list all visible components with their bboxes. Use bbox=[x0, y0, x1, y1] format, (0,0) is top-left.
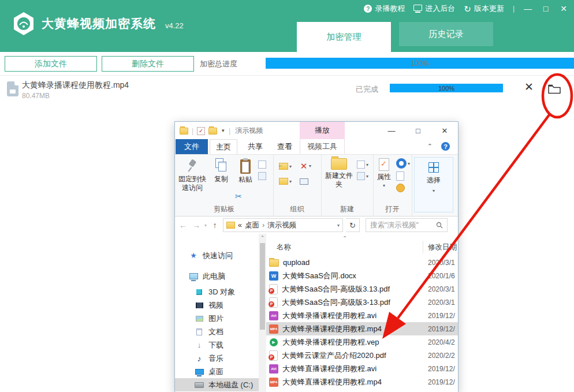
history-button[interactable] bbox=[396, 184, 410, 192]
organize-col-1: ▾ ▾ bbox=[279, 163, 292, 185]
file-row[interactable]: 大黄蜂录播课程使用教程.mp42019/12/ bbox=[266, 322, 458, 335]
new-folder-button[interactable]: 新建文件夹 bbox=[323, 158, 355, 189]
tab-encrypt-manage[interactable]: 加密管理 bbox=[297, 22, 391, 52]
file-row[interactable]: 大黄蜂录播课程使用教程.avi2019/12/ bbox=[266, 309, 458, 322]
search-input[interactable]: 搜索"演示视频" bbox=[366, 218, 448, 232]
app-maximize-button[interactable]: □ bbox=[541, 5, 550, 13]
paste-button[interactable]: 粘贴 bbox=[234, 158, 257, 184]
sidebar-item[interactable]: 快速访问 bbox=[175, 249, 259, 262]
checkbox-icon[interactable]: ✓ bbox=[197, 127, 205, 135]
copy-to-icon bbox=[279, 178, 288, 185]
chevron-down-icon[interactable]: ▼ bbox=[221, 128, 225, 133]
up-icon[interactable]: ↑ bbox=[210, 221, 220, 230]
group-label: 新建 bbox=[321, 204, 373, 214]
file-row[interactable]: 大黄蜂录播课程使用教程.vep2020/4/2 bbox=[266, 335, 458, 349]
chevron-down-icon[interactable]: ▾ bbox=[337, 223, 340, 228]
copy-button[interactable]: 复制 bbox=[210, 158, 233, 184]
delete-button[interactable]: ✕▾ bbox=[300, 162, 311, 170]
encrypt-file-row[interactable]: 大黄蜂录播课程使用教程.mp4 80.47MB 已完成 100% ✕ bbox=[0, 76, 574, 109]
sidebar-item[interactable]: 下载 bbox=[175, 338, 259, 352]
scroll-up-icon[interactable]: ⌃ bbox=[259, 235, 266, 241]
file-row[interactable]: 大黄蜂直播课程使用教程.avi2019/12/ bbox=[266, 362, 458, 375]
sidebar-item[interactable]: 此电脑 bbox=[175, 270, 259, 283]
sidebar-item[interactable]: 文档 bbox=[175, 325, 259, 338]
contextual-tab-play[interactable]: 播放 bbox=[300, 122, 345, 139]
delete-file-button[interactable]: 删除文件 bbox=[102, 56, 194, 72]
docx-icon bbox=[269, 271, 278, 281]
column-divider[interactable] bbox=[423, 241, 423, 253]
copy-icon bbox=[215, 158, 227, 173]
app-close-button[interactable]: ✕ bbox=[559, 5, 568, 13]
folder-icon[interactable] bbox=[208, 128, 217, 135]
column-header-date[interactable]: 修改日期 bbox=[428, 242, 457, 252]
file-row[interactable]: qupload2020/3/1 bbox=[266, 256, 458, 269]
sidebar-item-label: 快速访问 bbox=[203, 251, 233, 261]
sidebar-item[interactable]: 3D 对象 bbox=[175, 285, 259, 298]
chevron-down-icon: ▾ bbox=[289, 179, 292, 184]
properties-button[interactable]: 属性 ▾ bbox=[374, 158, 394, 189]
breadcrumb-folder[interactable]: 演示视频 bbox=[267, 221, 296, 230]
ribbon-group-organize: ▾ ▾ ✕▾ 组织 bbox=[273, 155, 322, 216]
explorer-sidebar: 快速访问此电脑3D 对象视频图片文档下载音乐桌面本地磁盘 (C:) bbox=[175, 234, 259, 392]
menu-view[interactable]: 查看 bbox=[272, 139, 297, 154]
file-row[interactable]: 大黄蜂SaaS合同.docx2020/1/6 bbox=[266, 269, 458, 282]
select-grid-icon bbox=[428, 162, 439, 173]
new-item-button[interactable]: ▾ bbox=[357, 160, 368, 169]
open-folder-button[interactable] bbox=[547, 84, 561, 96]
rename-button[interactable] bbox=[300, 178, 311, 185]
menu-file[interactable]: 文件 bbox=[176, 139, 208, 154]
pdf-icon bbox=[269, 297, 278, 308]
backend-link[interactable]: 进入后台 bbox=[413, 3, 455, 14]
chevron-down-icon[interactable]: ▾ bbox=[204, 223, 207, 228]
sidebar-scrollbar[interactable]: ⌃ bbox=[259, 234, 266, 392]
sidebar-item[interactable]: 图片 bbox=[175, 312, 259, 325]
file-name: 大黄蜂云课堂产品介绍2020.pdf bbox=[282, 350, 386, 361]
address-box[interactable]: « 桌面 › 演示视频 ▾ bbox=[223, 218, 343, 232]
breadcrumb-chevrons[interactable]: « bbox=[238, 221, 242, 229]
select-button[interactable]: 选择 ▾ bbox=[414, 157, 453, 212]
help-icon[interactable]: ? bbox=[441, 142, 450, 151]
explorer-titlebar[interactable]: | ✓ ▼ | 演示视频 播放 — □ ✕ bbox=[175, 122, 458, 139]
file-row[interactable]: 大黄蜂直播课程使用教程.mp42019/12/ bbox=[266, 375, 458, 389]
paste-shortcut-button[interactable] bbox=[258, 172, 266, 180]
tab-history[interactable]: 历史记录 bbox=[399, 22, 493, 46]
edit-button[interactable] bbox=[396, 171, 410, 181]
tutorial-label: 录播教程 bbox=[375, 3, 405, 14]
menu-home[interactable]: 主页 bbox=[210, 139, 237, 154]
column-header-name[interactable]: 名称 bbox=[277, 242, 291, 252]
easy-access-button[interactable]: ▾ bbox=[357, 172, 368, 180]
menu-share[interactable]: 共享 bbox=[242, 139, 269, 154]
file-row[interactable]: 大黄蜂云课堂产品介绍2020.pdf2020/2/2 bbox=[266, 349, 458, 362]
file-row[interactable]: 大黄蜂SaaS合同-高级版3.13.pdf2020/3/1 bbox=[266, 282, 458, 296]
update-link[interactable]: ↻ 版本更新 bbox=[464, 3, 504, 14]
explorer-minimize-button[interactable]: — bbox=[378, 122, 405, 139]
open-video-button[interactable]: ▾ bbox=[396, 158, 410, 169]
menu-video-tools[interactable]: 视频工具 bbox=[300, 139, 345, 154]
app-minimize-button[interactable]: — bbox=[523, 5, 532, 13]
sidebar-item[interactable]: 桌面 bbox=[175, 365, 259, 378]
sidebar-item[interactable]: 音乐 bbox=[175, 352, 259, 365]
remove-row-button[interactable]: ✕ bbox=[524, 80, 534, 94]
scrollbar-thumb[interactable] bbox=[260, 243, 265, 330]
file-row[interactable]: 大黄蜂SaaS合同-高级版3-13.pdf2020/3/1 bbox=[266, 296, 458, 309]
avi-icon bbox=[269, 311, 278, 320]
explorer-maximize-button[interactable]: □ bbox=[405, 122, 431, 139]
copy-to-button[interactable]: ▾ bbox=[279, 178, 292, 185]
file-name: 大黄蜂录播课程使用教程.mp4 bbox=[22, 80, 129, 91]
collapse-ribbon-icon[interactable]: ⌃ bbox=[427, 143, 433, 150]
folder-icon[interactable] bbox=[180, 128, 188, 135]
add-file-button[interactable]: 添加文件 bbox=[5, 56, 97, 72]
copy-path-button[interactable] bbox=[258, 160, 266, 169]
scissors-icon[interactable]: ✂ bbox=[235, 192, 242, 201]
pin-to-quick-access-button[interactable]: 固定到快速访问 bbox=[176, 158, 208, 192]
move-to-button[interactable]: ▾ bbox=[279, 163, 292, 170]
explorer-close-button[interactable]: ✕ bbox=[431, 122, 458, 139]
tutorial-link[interactable]: ? 录播教程 bbox=[364, 3, 405, 14]
sidebar-item[interactable]: 视频 bbox=[175, 298, 259, 312]
breadcrumb-desktop[interactable]: 桌面 bbox=[245, 221, 259, 230]
refresh-button[interactable]: ↻ bbox=[346, 218, 360, 232]
sidebar-item[interactable]: 本地磁盘 (C:) bbox=[175, 378, 259, 391]
back-icon[interactable]: ← bbox=[178, 221, 188, 230]
file-date: 2019/12/ bbox=[428, 365, 458, 373]
forward-icon[interactable]: → bbox=[191, 221, 202, 230]
